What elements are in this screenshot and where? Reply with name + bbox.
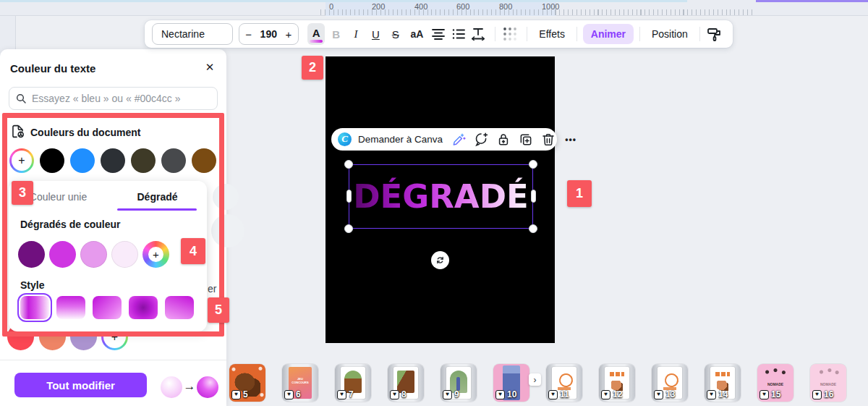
toolbar-divider [639,27,640,41]
gradient-color-swatch[interactable] [18,241,45,268]
toolbar-divider [699,27,700,41]
font-size-value[interactable]: 190 [260,28,277,40]
effects-button[interactable]: Effets [533,28,571,40]
animate-button[interactable]: Animer [583,24,634,44]
ruler-tick-label: 1000 [542,2,559,11]
nomade-caption: NOMADE [810,382,846,386]
document-color-swatch[interactable] [101,148,125,173]
duplicate-button[interactable] [518,132,534,148]
strikethrough-button[interactable]: S [387,23,404,45]
gradient-color-swatch[interactable] [49,241,76,268]
page-thumbnail[interactable]: ♥13 [652,364,688,402]
comment-button[interactable] [473,132,489,148]
gradient-style-radial[interactable] [129,296,158,319]
gradient-style-diagonal[interactable] [93,296,122,319]
gradient-color-swatch[interactable] [80,241,107,268]
list-button[interactable] [449,23,467,45]
active-tab-underline [117,208,197,211]
selection-handle-left[interactable] [346,190,352,203]
bold-button[interactable]: B [327,23,344,45]
page-thumbnail[interactable]: NOMADE ♥15 [757,364,793,402]
document-color-swatch[interactable] [192,148,216,173]
ruler-tick-label: 400 [414,2,427,11]
heart-icon: ♥ [495,390,505,399]
poster-caption: JEU CONCOURS [289,377,312,384]
page-thumbnail[interactable]: ♥7 [335,364,371,402]
page-number: 9 [454,389,459,399]
text-align-button[interactable] [430,23,447,45]
heart-icon: ♥ [654,390,663,399]
copy-style-button[interactable] [706,23,723,45]
document-color-swatch[interactable] [70,148,95,173]
selection-handle-top-left[interactable] [344,160,353,169]
delete-button[interactable] [540,132,556,148]
more-options-button[interactable]: ••• [563,132,579,148]
gradient-style-diagonal-2[interactable] [165,296,194,319]
document-colors-label: Couleurs du document [30,127,140,138]
heart-icon: ♥ [601,390,610,399]
magic-edit-button[interactable] [451,132,467,148]
page-thumbnail[interactable]: ♥5 [229,364,265,402]
font-size-increase-button[interactable]: + [279,28,298,41]
lock-button[interactable] [495,132,511,148]
selection-handle-top-right[interactable] [529,160,537,169]
add-color-button[interactable] [9,148,34,173]
tab-gradient[interactable]: Dégradé [108,191,207,203]
page-number: 7 [349,389,354,399]
font-size-decrease-button[interactable]: − [239,28,258,41]
gradient-style-vertical[interactable] [56,296,85,319]
underline-button[interactable]: U [367,23,384,45]
document-colors-icon [10,124,25,139]
color-search-box[interactable] [9,87,218,110]
partial-swatch [213,184,239,210]
rotate-handle[interactable] [431,251,449,269]
gradient-color-swatch[interactable] [111,241,138,268]
selection-handle-bottom-left[interactable] [344,224,353,233]
text-color-button[interactable]: A [307,23,325,45]
heart-icon: ♥ [812,390,822,399]
gradient-colors-label: Dégradés de couleur [20,219,121,230]
color-search-input[interactable] [32,93,198,104]
annotation-badge-2: 2 [302,56,323,80]
italic-button[interactable]: I [347,23,365,45]
apply-to-all-button[interactable]: Tout modifier [14,373,147,397]
rotate-icon [435,255,445,265]
page-thumbnail[interactable]: ♥9 [441,364,477,402]
heart-icon: ♥ [337,390,346,399]
selection-handle-bottom-right[interactable] [529,224,537,233]
close-panel-button[interactable]: ✕ [201,59,218,76]
toolbar-divider [576,27,577,41]
document-color-swatch[interactable] [161,148,186,173]
page-thumbnail[interactable]: NOMADE ♥16 [810,364,846,402]
position-button[interactable]: Position [646,28,694,40]
ruler-tick-label: 600 [456,2,469,11]
panel-title: Couleur du texte [10,62,95,75]
font-family-selector[interactable]: Nectarine [152,23,233,45]
selection-handle-right[interactable] [531,190,536,203]
top-progress-line-purple [756,0,868,2]
document-color-swatch[interactable] [40,148,64,173]
transparency-button[interactable] [501,23,519,45]
gradient-preview-arrow: → [182,379,197,394]
text-case-button[interactable]: aA [407,23,427,45]
page-thumbnail[interactable]: ♥8 [388,364,424,402]
page-thumbnail[interactable]: ♥14 [705,364,741,402]
expand-pages-button[interactable]: › [529,373,541,386]
gradient-options-card: Couleur unie Dégradé Dégradés de couleur… [9,181,207,331]
align-center-icon [432,28,445,40]
search-icon [15,93,27,104]
page-thumbnail[interactable]: ♥11 [546,364,582,402]
page-thumbnail[interactable]: ♥10 [493,364,529,402]
document-color-swatch[interactable] [131,148,156,173]
font-size-stepper[interactable]: − 190 + [239,23,299,45]
letter-spacing-button[interactable] [469,23,487,45]
page-thumbnail[interactable]: ♥12 [599,364,635,402]
add-gradient-color-button[interactable] [142,241,169,268]
selection-box[interactable] [349,164,533,229]
annotation-badge-3: 3 [12,181,33,205]
ask-canva-button[interactable]: Demander à Canva [358,134,443,145]
gradient-style-horizontal[interactable] [20,296,49,319]
page-thumbnail[interactable]: JEU CONCOURS ♥6 [282,364,318,402]
horizontal-ruler: 0 200 400 600 800 1000 [0,0,868,16]
canva-assistant-icon[interactable]: C [338,132,352,146]
